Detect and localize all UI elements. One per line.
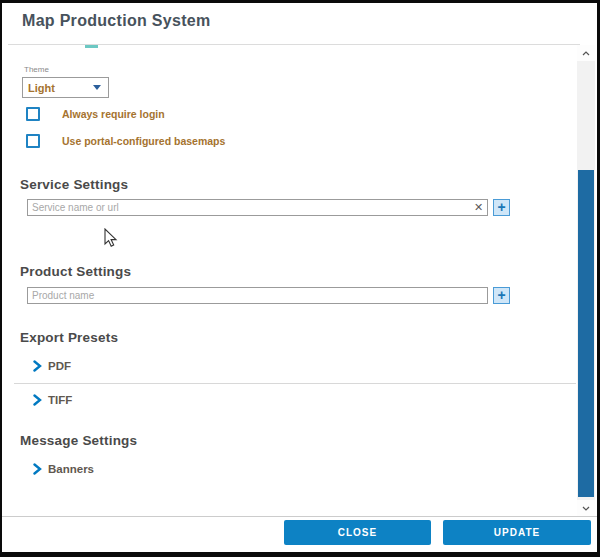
caret-down-icon — [93, 85, 101, 90]
theme-select[interactable]: Light — [22, 77, 109, 98]
dialog-footer: CLOSE UPDATE — [2, 516, 597, 552]
scrollbar-thumb[interactable] — [578, 170, 594, 497]
always-require-login-label: Always require login — [62, 107, 165, 120]
export-preset-pdf-row[interactable]: PDF — [33, 360, 71, 372]
chevron-right-icon — [33, 463, 42, 475]
scroll-up-icon — [582, 51, 590, 56]
scroll-down-button[interactable] — [577, 500, 595, 516]
scroll-down-icon — [582, 506, 590, 511]
service-name-input[interactable] — [27, 199, 488, 216]
service-settings-heading: Service Settings — [20, 177, 128, 192]
map-production-system-dialog: Map Production System Theme Light Always… — [2, 3, 597, 552]
mouse-cursor-icon — [104, 228, 118, 248]
banners-label: Banners — [48, 463, 94, 475]
portal-basemaps-checkbox[interactable] — [26, 134, 40, 148]
add-service-button[interactable]: + — [493, 199, 510, 216]
theme-select-value: Light — [28, 82, 55, 94]
export-preset-tiff-row[interactable]: TIFF — [33, 394, 72, 406]
add-icon: + — [497, 287, 505, 303]
close-button[interactable]: CLOSE — [284, 520, 431, 545]
product-settings-heading: Product Settings — [20, 264, 131, 279]
update-button[interactable]: UPDATE — [443, 520, 591, 545]
message-settings-heading: Message Settings — [20, 433, 137, 448]
add-icon: + — [497, 199, 505, 215]
pdf-preset-label: PDF — [48, 360, 71, 372]
always-require-login-row: Always require login — [26, 107, 165, 121]
always-require-login-checkbox[interactable] — [26, 107, 40, 121]
dialog-title: Map Production System — [22, 12, 211, 30]
export-presets-heading: Export Presets — [20, 330, 118, 345]
scroll-up-button[interactable] — [577, 45, 595, 61]
vertical-scrollbar[interactable] — [577, 45, 595, 516]
tiff-preset-label: TIFF — [48, 394, 72, 406]
product-name-input[interactable] — [27, 287, 488, 304]
portal-basemaps-row: Use portal-configured basemaps — [26, 134, 225, 148]
portal-basemaps-label: Use portal-configured basemaps — [62, 134, 225, 147]
scrolled-content-remnant — [85, 45, 98, 48]
clear-icon[interactable]: ✕ — [474, 202, 483, 213]
chevron-right-icon — [33, 360, 42, 372]
preset-divider — [14, 383, 576, 384]
add-product-button[interactable]: + — [493, 287, 510, 304]
app-window: Map Production System Theme Light Always… — [0, 0, 600, 557]
banners-row[interactable]: Banners — [33, 463, 94, 475]
theme-label: Theme — [24, 65, 49, 74]
chevron-right-icon — [33, 394, 42, 406]
